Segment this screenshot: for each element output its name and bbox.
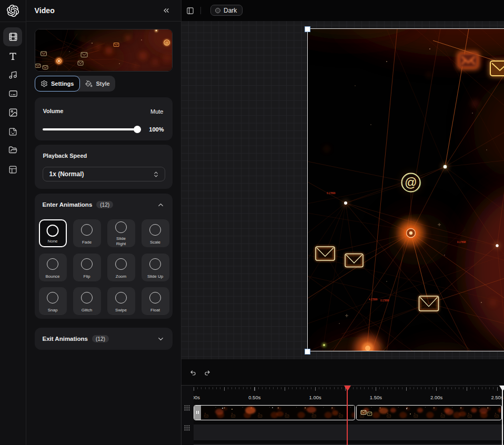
svg-text:4.17899: 4.17899 [369,298,378,301]
svg-text:@: @ [405,176,417,189]
svg-text:@: @ [165,41,168,45]
svg-text:0.17898: 0.17898 [457,241,466,244]
svg-text:0.17899: 0.17899 [380,299,389,302]
svg-text:0.17899: 0.17899 [327,192,336,195]
